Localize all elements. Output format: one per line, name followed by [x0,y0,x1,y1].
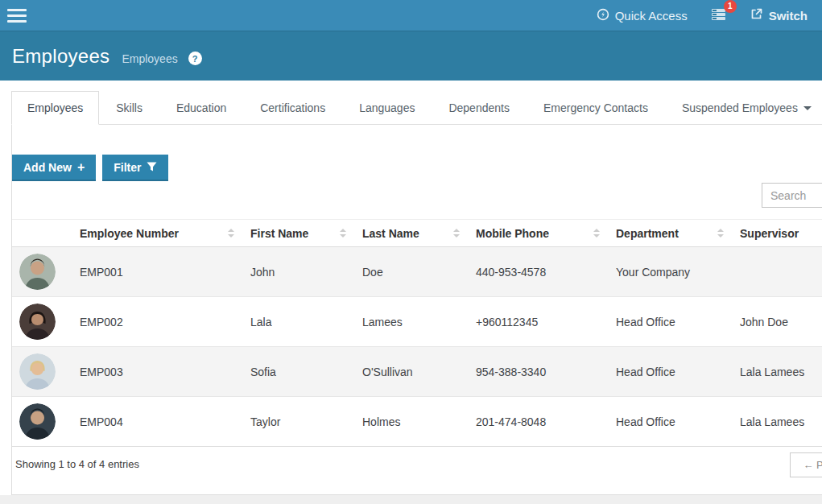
table-row[interactable]: EMP003 Sofia O'Sullivan 954-388-3340 Hea… [12,347,822,397]
table-row[interactable]: EMP001 John Doe 440-953-4578 Your Compan… [12,247,822,297]
switch-icon [750,7,763,23]
top-navbar: Quick Access 1 [0,0,822,31]
page-header: Employees Employees ? [0,31,822,81]
table-row[interactable]: EMP004 Taylor Holmes 201-474-8048 Head O… [12,397,822,447]
table-row[interactable]: EMP002 Lala Lamees +960112345 Head Offic… [12,297,822,347]
page-title: Employees [12,45,109,68]
avatar [19,304,56,340]
chevron-down-icon [803,106,812,110]
tab-languages[interactable]: Languages [346,91,428,124]
col-avatar [12,220,68,247]
quick-access-icon [597,8,609,23]
col-department[interactable]: Department [605,220,729,247]
quick-access-label: Quick Access [615,9,688,23]
breadcrumb: Employees [122,52,177,65]
employees-panel: Add New + Filter Employee Number First [11,125,822,495]
menu-icon[interactable] [7,6,27,26]
plus-icon: + [77,161,85,174]
add-new-button[interactable]: Add New + [12,155,96,181]
col-first-name[interactable]: First Name [239,220,351,247]
funnel-icon [147,161,157,174]
sort-icon [717,229,724,238]
col-employee-number[interactable]: Employee Number [68,220,239,247]
showing-entries-text: Showing 1 to 4 of 4 entries [15,458,139,470]
col-last-name[interactable]: Last Name [351,220,465,247]
tab-dependents[interactable]: Dependents [436,91,523,124]
tab-employees[interactable]: Employees [11,91,99,125]
tab-skills[interactable]: Skills [103,91,155,124]
avatar [19,353,56,390]
help-icon[interactable]: ? [188,52,202,65]
notification-badge: 1 [724,0,737,13]
quick-access-button[interactable]: Quick Access [597,8,688,23]
tab-education[interactable]: Education [163,91,239,124]
sort-icon [453,229,460,238]
switch-button[interactable]: Switch [750,7,808,23]
employees-table: Employee Number First Name Last Name Mob… [12,219,822,447]
tab-certifications[interactable]: Certifications [247,91,338,124]
filter-button[interactable]: Filter [102,155,168,181]
table-header-row: Employee Number First Name Last Name Mob… [12,220,822,247]
notifications-button[interactable]: 1 [710,7,727,24]
col-supervisor[interactable]: Supervisor [729,220,822,247]
search-input[interactable] [762,183,822,208]
main-content: Employees Skills Education Certification… [11,91,822,495]
sort-icon [340,229,346,238]
page-bottom-strip [0,495,822,504]
tab-emergency-contacts[interactable]: Emergency Contacts [531,91,661,124]
tab-bar: Employees Skills Education Certification… [11,91,822,125]
avatar [19,403,56,440]
toolbar: Add New + Filter [12,155,168,181]
col-mobile-phone[interactable]: Mobile Phone [465,220,605,247]
switch-label: Switch [769,9,808,23]
previous-page-button[interactable]: ← Previous [790,452,822,477]
tab-suspended-employees[interactable]: Suspended Employees [669,91,822,124]
sort-icon [228,229,234,238]
avatar [19,254,56,290]
sort-icon [593,229,600,238]
